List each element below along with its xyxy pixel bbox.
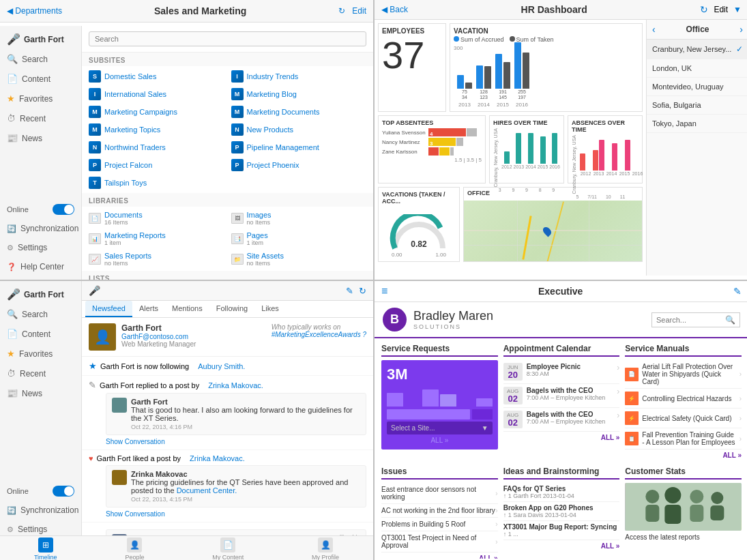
list-item[interactable]: 📊 Marketing Reports 1 item <box>85 229 228 249</box>
issue-item-3[interactable]: Problems in Building 5 Roof › <box>381 518 498 531</box>
list-item[interactable]: NNorthwind Traders <box>85 138 228 156</box>
br-edit-btn[interactable]: ✎ <box>733 286 742 297</box>
manual-item-4[interactable]: 📋 Fall Prevention Training Guide - A Les… <box>625 428 742 450</box>
my-content-tab[interactable]: 📄 My Content <box>212 537 244 561</box>
office-location-item[interactable]: London, UK <box>647 59 747 78</box>
list-item[interactable]: TTailspin Toys <box>85 174 228 192</box>
idea-item-1[interactable]: FAQs for QT Series ↑ 1 Garth Fort 2013-0… <box>503 483 620 502</box>
list-item[interactable]: MMarketing Blog <box>228 85 370 103</box>
bl-sidebar-search[interactable]: 🔍 Search <box>0 304 81 324</box>
list-item[interactable]: IInternational Sales <box>85 85 228 103</box>
issue-item-1[interactable]: East entrance door sensors not working › <box>381 483 498 504</box>
hr-refresh-btn[interactable]: ↻ <box>700 4 708 15</box>
feed-refresh-btn[interactable]: ↻ <box>359 286 366 296</box>
search-input[interactable] <box>89 31 366 46</box>
idea-item-3[interactable]: XT3001 Major Bug Report: Syncing ↑ 1 ... <box>503 521 620 540</box>
list-item[interactable]: PProject Phoenix <box>228 156 370 174</box>
sidebar-item-help[interactable]: ❓ Help Center <box>0 257 81 276</box>
sidebar-item-recent[interactable]: ⏱ Recent <box>0 108 81 128</box>
list-item[interactable]: MMarketing Documents <box>228 103 370 121</box>
br-menu-btn[interactable]: ≡ <box>381 285 387 297</box>
document-center-link[interactable]: Document Center. <box>177 486 237 495</box>
list-item[interactable]: 📑 Pages 1 item <box>228 229 370 249</box>
list-item[interactable]: 📈 Sales Reports no Items <box>85 249 228 269</box>
tab-mentions[interactable]: Mentions <box>165 301 209 317</box>
br-search-icon[interactable]: 🔍 <box>725 315 735 325</box>
online-toggle-switch[interactable] <box>53 204 74 215</box>
idea-item-2[interactable]: Broken App on G20 Phones ↑ 1 Sara Davis … <box>503 502 620 521</box>
ideas-all-link[interactable]: ALL » <box>503 540 620 552</box>
customer-stats-link[interactable]: Access the latest reports <box>625 533 742 541</box>
calendar-event-3[interactable]: AUG 02 Bagels with the CEO 7:00 AM – Emp… <box>503 408 620 432</box>
list-item[interactable]: 📄 Documents 16 Items <box>85 208 228 229</box>
office-location-item[interactable]: Montevideo, Uruguay <box>647 78 747 96</box>
hr-filter-btn[interactable]: ▼ <box>733 5 742 14</box>
tab-following[interactable]: Following <box>209 301 254 317</box>
office-next-btn[interactable]: › <box>739 24 743 35</box>
bl-online-toggle-switch[interactable] <box>53 486 74 497</box>
sidebar-item-search[interactable]: 🔍 Search <box>0 49 81 69</box>
sidebar-item-favorites[interactable]: ★ Favorites <box>0 89 81 108</box>
br-search-input[interactable] <box>656 316 725 324</box>
my-profile-tab[interactable]: 👤 My Profile <box>312 537 339 561</box>
reply-link[interactable]: Zrinka Makovac. <box>208 381 263 389</box>
list-item[interactable]: MMarketing Topics <box>85 121 228 138</box>
list-item[interactable]: MMarketing Campaigns <box>85 103 228 121</box>
timeline-tab[interactable]: ⊞ Timeline <box>34 537 57 561</box>
hr-edit-btn[interactable]: Edit <box>714 5 728 14</box>
bl-sidebar-recent[interactable]: ⏱ Recent <box>0 364 81 383</box>
tab-likes[interactable]: Likes <box>254 301 286 317</box>
show-conv-2-btn[interactable]: Show Conversation <box>106 510 366 518</box>
calendar-all-link[interactable]: ALL » <box>503 432 620 443</box>
list-item[interactable]: PProject Falcon <box>85 156 228 174</box>
service-all-link[interactable]: ALL » <box>387 437 493 444</box>
issue-item-4[interactable]: QT3001 Test Project in Need of Approval … <box>381 531 498 552</box>
manuals-all-link[interactable]: ALL » <box>625 450 742 461</box>
bl-sidebar-favorites[interactable]: ★ Favorites <box>0 344 81 364</box>
service-select[interactable]: Select a Site... ▼ <box>387 422 493 434</box>
follow-link[interactable]: Aubury Smith. <box>198 362 245 370</box>
manual-item-2[interactable]: ⚡ Controlling Electrical Hazards › <box>625 389 742 409</box>
manual-item-3[interactable]: ⚡ Electrical Safety (Quick Card) › <box>625 409 742 428</box>
hr-back-btn[interactable]: ◀ Back <box>381 5 408 14</box>
bl-sidebar-content[interactable]: 📄 Content <box>0 324 81 344</box>
departments-back-btn[interactable]: ◀ Departments <box>7 6 62 16</box>
calendar-event-2[interactable]: AUG 02 Bagels with the CEO 7:00 AM – Emp… <box>503 384 620 408</box>
tl-sidebar-user[interactable]: 🎤 Garth Fort <box>0 26 81 49</box>
sidebar-item-sync[interactable]: 🔄 Synchronization <box>0 219 81 238</box>
manual-item-1[interactable]: 📄 Aerial Lift Fall Protection Over Water… <box>625 360 742 389</box>
hashtag-link[interactable]: #MarketingExcellenceAwards ? <box>272 331 366 338</box>
issues-all-link[interactable]: ALL » <box>381 552 498 559</box>
bl-sidebar-news[interactable]: 📰 News <box>0 383 81 403</box>
bl-online-toggle[interactable]: Online <box>0 482 81 501</box>
ideas-title: Ideas and Brainstorming <box>503 467 620 480</box>
list-item[interactable]: NNew Products <box>228 121 370 138</box>
sidebar-item-news[interactable]: 📰 News <box>0 128 81 148</box>
people-tab[interactable]: 👤 People <box>125 537 144 561</box>
list-item[interactable]: 🖼 Images no Items <box>228 208 370 229</box>
office-location-item[interactable]: Sofia, Bulgaria <box>647 96 747 115</box>
list-item[interactable]: PPipeline Management <box>228 138 370 156</box>
bl-sidebar-user[interactable]: 🎤 Garth Fort <box>0 281 81 304</box>
sidebar-item-content[interactable]: 📄 Content <box>0 69 81 89</box>
online-toggle[interactable]: Online <box>0 200 81 219</box>
tab-alerts[interactable]: Alerts <box>132 301 165 317</box>
like-link[interactable]: Zrinka Makovac. <box>190 454 245 462</box>
compose-btn[interactable]: ✎ <box>346 286 353 296</box>
issue-item-2[interactable]: AC not working in the 2nd floor library … <box>381 504 498 518</box>
vacation-box: VACATION Sum of Accrued Sum of Taken 300 <box>450 23 643 112</box>
bl-sync-item[interactable]: 🔄 Synchronization <box>0 501 81 520</box>
show-conversation-btn[interactable]: Show Conversation <box>106 438 366 445</box>
office-location-item[interactable]: Tokyo, Japan <box>647 115 747 133</box>
tr-bottom-row: VACATIONS (TAKEN / ACC... 0.82 <box>378 187 643 262</box>
calendar-event-1[interactable]: JUN 20 Employee Picnic 8:30 AM › <box>503 360 620 384</box>
list-item[interactable]: SDomestic Sales <box>85 68 228 85</box>
office-location-item[interactable]: Cranbury, New Jersey... ✓ <box>647 40 747 59</box>
tab-newsfeed[interactable]: Newsfeed <box>85 301 132 317</box>
tl-refresh-btn[interactable]: ↻ <box>338 6 345 16</box>
sidebar-item-settings[interactable]: ⚙ Settings <box>0 238 81 257</box>
office-map: — 1 mi <box>464 201 642 262</box>
list-item[interactable]: 📁 Site Assets no Items <box>228 249 370 269</box>
tl-edit-btn[interactable]: Edit <box>352 6 366 16</box>
list-item[interactable]: IIndustry Trends <box>228 68 370 85</box>
